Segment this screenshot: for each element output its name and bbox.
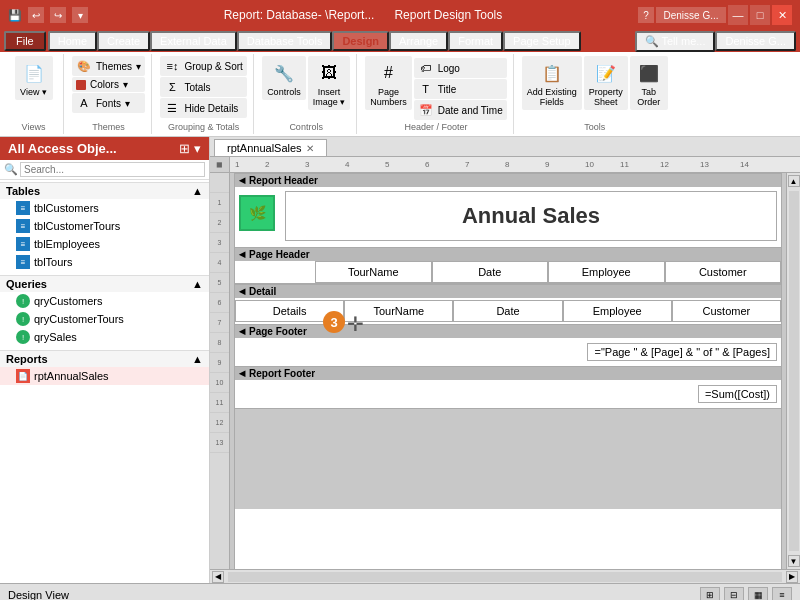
page-formula[interactable]: ="Page " & [Page] & " of " & [Pages] xyxy=(587,343,777,361)
sidebar-item-qrysales[interactable]: ! qrySales xyxy=(0,328,209,346)
close-button[interactable]: ✕ xyxy=(772,5,792,25)
title-button[interactable]: TTitle xyxy=(414,79,507,99)
colors-button[interactable]: Colors ▾ xyxy=(72,77,145,92)
ph-employee[interactable]: Employee xyxy=(548,261,665,283)
undo-button[interactable]: ↩ xyxy=(28,7,44,23)
report-header-body: 🌿 Annual Sales xyxy=(235,187,781,247)
ribbon-group-themes: 🎨 Themes ▾ Colors ▾ A Fonts ▾ Themes xyxy=(66,54,152,134)
ph-customer[interactable]: Customer xyxy=(665,261,782,283)
redo-button[interactable]: ↪ xyxy=(50,7,66,23)
ph-tourname[interactable]: TourName xyxy=(315,261,432,283)
sum-formula[interactable]: =Sum([Cost]) xyxy=(698,385,777,403)
document-tab[interactable]: rptAnnualSales ✕ xyxy=(214,139,327,156)
report-title[interactable]: Annual Sales xyxy=(285,191,777,241)
queries-label: Queries xyxy=(6,278,47,290)
sidebar-item-qrycustomertours[interactable]: ! qryCustomerTours xyxy=(0,310,209,328)
colors-icon xyxy=(76,80,86,90)
group-sort-button[interactable]: ≡↕ Report Header Group & Sort xyxy=(160,56,246,76)
sidebar-item-tblemployees[interactable]: ≡ tblEmployees xyxy=(0,235,209,253)
reports-section-header[interactable]: Reports ▲ xyxy=(0,350,209,367)
views-label: Views xyxy=(22,122,46,132)
sidebar-section-tables: Tables ▲ ≡ tblCustomers ≡ tblCustomerTou… xyxy=(0,180,209,273)
scroll-down[interactable]: ▼ xyxy=(788,555,800,567)
status-btn-2[interactable]: ⊟ xyxy=(724,587,744,601)
report-scroll-area[interactable]: ◀ Report Header 🌿 Annual Sales xyxy=(230,173,786,569)
controls-icon: 🔧 xyxy=(270,59,298,87)
menu-file[interactable]: File xyxy=(4,31,46,51)
controls-button[interactable]: 🔧 Controls xyxy=(262,56,306,100)
status-btn-4[interactable]: ≡ xyxy=(772,587,792,601)
det-employee[interactable]: Employee xyxy=(563,300,672,322)
queries-section-header[interactable]: Queries ▲ xyxy=(0,275,209,292)
hide-details-button[interactable]: ☰ Hide Details xyxy=(160,98,246,118)
det-date[interactable]: Date xyxy=(453,300,562,322)
tab-close-icon[interactable]: ✕ xyxy=(306,143,314,154)
table-icon: ≡ xyxy=(16,237,30,251)
themes-button[interactable]: 🎨 Themes ▾ xyxy=(72,56,145,76)
menu-arrange[interactable]: Arrange xyxy=(389,31,448,51)
menu-create[interactable]: Create xyxy=(97,31,150,51)
title-icon: T xyxy=(418,81,434,97)
sidebar-toggle[interactable]: ⊞ xyxy=(179,141,190,156)
menu-format[interactable]: Format xyxy=(448,31,503,51)
add-existing-fields-button[interactable]: 📋 Add ExistingFields xyxy=(522,56,582,110)
status-btn-1[interactable]: ⊞ xyxy=(700,587,720,601)
status-btn-3[interactable]: ▦ xyxy=(748,587,768,601)
det-customer[interactable]: Customer xyxy=(672,300,781,322)
date-time-button[interactable]: 📅Date and Time xyxy=(414,100,507,120)
menu-home[interactable]: Home xyxy=(48,31,97,51)
logo-placeholder: 🌿 xyxy=(239,195,275,231)
sidebar-item-rptannualsales[interactable]: 📄 rptAnnualSales xyxy=(0,367,209,385)
reports-label: Reports xyxy=(6,353,48,365)
scroll-up[interactable]: ▲ xyxy=(788,175,800,187)
sidebar-item-tblcustomers[interactable]: ≡ tblCustomers xyxy=(0,199,209,217)
quick-access-dropdown[interactable]: ▾ xyxy=(72,7,88,23)
logo-button[interactable]: 🏷Logo xyxy=(414,58,507,78)
menu-tell-me[interactable]: 🔍 Tell me... xyxy=(635,31,716,52)
report-icon: 📄 xyxy=(16,369,30,383)
search-icon: 🔍 xyxy=(4,163,18,176)
property-sheet-button[interactable]: 📝 PropertySheet xyxy=(584,56,628,110)
report-footer-section: ◀ Report Footer =Sum([Cost]) xyxy=(235,367,781,409)
vertical-ruler: 1 2 3 4 5 6 7 8 9 10 11 12 13 xyxy=(210,173,230,569)
ph-date[interactable]: Date xyxy=(432,261,549,283)
menu-external-data[interactable]: External Data xyxy=(150,31,237,51)
query-icon: ! xyxy=(16,312,30,326)
menu-database-tools[interactable]: Database Tools xyxy=(237,31,333,51)
sidebar-menu[interactable]: ▾ xyxy=(194,141,201,156)
add-existing-icon: 📋 xyxy=(538,59,566,87)
themes-icon: 🎨 xyxy=(76,58,92,74)
page-numbers-button[interactable]: # PageNumbers xyxy=(365,56,412,110)
ribbon-group-grouping: ≡↕ Report Header Group & Sort Σ Totals ☰… xyxy=(154,54,254,134)
table-icon: ≡ xyxy=(16,201,30,215)
report-body: 1 2 3 4 5 6 7 8 9 10 11 12 13 xyxy=(210,173,800,569)
vertical-scrollbar[interactable]: ▲ ▼ xyxy=(786,173,800,569)
detail-section: ◀ Detail 3 ✛ xyxy=(235,285,781,325)
view-button[interactable]: 📄 View ▾ xyxy=(15,56,53,100)
scroll-left[interactable]: ◀ xyxy=(212,571,224,583)
tblcustomertours-label: tblCustomerTours xyxy=(34,220,120,232)
totals-button[interactable]: Σ Totals xyxy=(160,77,246,97)
page-header-section: ◀ Page Header TourName Date Employee Cus… xyxy=(235,248,781,285)
sidebar-item-tbltours[interactable]: ≡ tblTours xyxy=(0,253,209,271)
report-footer-body: =Sum([Cost]) xyxy=(235,380,781,408)
menu-user[interactable]: Denisse G... xyxy=(715,31,796,51)
tables-section-header[interactable]: Tables ▲ xyxy=(0,182,209,199)
maximize-button[interactable]: □ xyxy=(750,5,770,25)
minimize-button[interactable]: — xyxy=(728,5,748,25)
report-header-section: ◀ Report Header 🌿 Annual Sales xyxy=(235,174,781,248)
menu-design[interactable]: Design xyxy=(332,31,389,51)
search-input[interactable] xyxy=(20,162,205,177)
controls-label: Controls xyxy=(289,122,323,132)
sidebar-item-tblcustomertours[interactable]: ≡ tblCustomerTours xyxy=(0,217,209,235)
sidebar-item-qrycustomers[interactable]: ! qryCustomers xyxy=(0,292,209,310)
ribbon: 📄 View ▾ Views 🎨 Themes ▾ Colors ▾ A Fon… xyxy=(0,52,800,137)
menu-page-setup[interactable]: Page Setup xyxy=(503,31,581,51)
horizontal-scrollbar[interactable]: ◀ ▶ xyxy=(210,569,800,583)
tab-order-button[interactable]: ⬛ TabOrder xyxy=(630,56,668,110)
insert-image-button[interactable]: 🖼 InsertImage ▾ xyxy=(308,56,351,110)
help-button[interactable]: ? xyxy=(638,7,654,23)
callout-badge: 3 xyxy=(323,311,345,333)
fonts-button[interactable]: A Fonts ▾ xyxy=(72,93,145,113)
scroll-right[interactable]: ▶ xyxy=(786,571,798,583)
